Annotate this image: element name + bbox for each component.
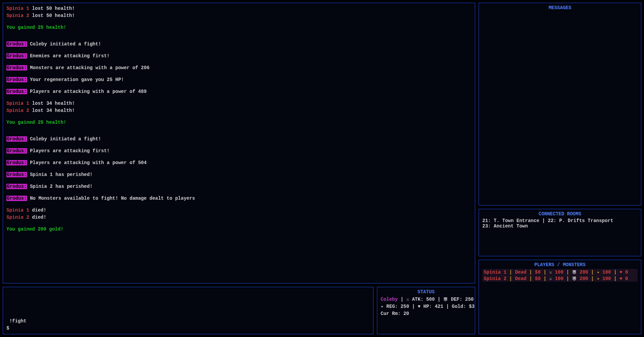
monster-hp: 0 (625, 276, 628, 281)
log-line: Spinia 2 lost 50 health! (6, 12, 471, 19)
monster-name: Spinia 2 (6, 215, 29, 220)
grodus-label: Grodus: (6, 196, 27, 201)
status-panel: STATUS Coleby | ⚔ ATK: 500 | ⛨ DEF: 250 … (377, 287, 475, 334)
log-text: died! (29, 215, 46, 220)
log-text: Monsters are attacking with a power of 2… (27, 65, 149, 71)
log-line: Spinia 1 lost 50 health! (6, 5, 471, 12)
log-line: Grodus: Players are attacking first! (6, 147, 471, 155)
log-text: lost 50 health! (29, 13, 75, 18)
hp-icon: ♥ (620, 276, 625, 281)
log-spacer (6, 202, 471, 207)
monster-name: Spinia 1 (6, 101, 29, 106)
status-atk-def: | ⚔ ATK: 500 | ⛨ DEF: 250 (398, 297, 474, 302)
sep: | (563, 276, 572, 281)
log-spacer (6, 166, 471, 171)
log-spacer (6, 221, 471, 226)
messages-title: MESSAGES (482, 5, 638, 11)
player-name: Coleby (381, 297, 398, 302)
monster-state: Dead (515, 276, 526, 281)
log-text: Players are attacking with a power of 48… (27, 89, 147, 94)
log-spacer (6, 178, 471, 183)
sep: | (506, 270, 515, 275)
log-text: Coleby initiated a fight! (27, 136, 101, 142)
monster-row: Spinia 1 | Dead | $0 | ⚔ 100 | ⛨ 200 | ✦… (482, 269, 638, 275)
monster-state: Dead (515, 270, 526, 275)
log-line: Grodus: Spinia 2 has perished! (6, 183, 471, 190)
log-line: Grodus: Spinia 1 has perished! (6, 171, 471, 178)
monster-name: Spinia 2 (6, 13, 29, 18)
monster-name: Spinia 1 (6, 6, 29, 11)
rooms-line-2: 23: Ancient Town (482, 223, 638, 229)
monster-name: Spinia 1 (484, 270, 506, 275)
monster-name: Spinia 2 (6, 108, 29, 113)
log-line: Grodus: Your regeneration gave you 25 HP… (6, 76, 471, 83)
log-spacer (6, 155, 471, 159)
log-spacer (6, 60, 471, 64)
last-command: !fight (6, 318, 370, 325)
log-spacer (6, 114, 471, 119)
players-title: PLAYERS / MONSTERS (482, 262, 638, 267)
connected-rooms-panel: CONNECTED ROOMS 21: T. Town Entrance | 2… (479, 209, 641, 256)
monster-name: Spinia 1 (6, 207, 29, 213)
hp-icon: ♥ (620, 270, 625, 275)
log-spacer (6, 131, 471, 136)
monster-atk: 100 (555, 270, 563, 275)
monster-hp: 0 (625, 270, 628, 275)
grodus-label: Grodus: (6, 53, 27, 59)
log-line: Grodus: Enemies are attacking first! (6, 53, 471, 60)
monster-reg: 100 (602, 270, 611, 275)
prompt[interactable]: $ (6, 325, 370, 332)
log-line: Grodus: Coleby initiated a fight! (6, 41, 471, 48)
log-line: Spinia 2 lost 34 health! (6, 107, 471, 114)
log-spacer (6, 143, 471, 147)
sep: | (541, 276, 549, 281)
log-spacer (6, 190, 471, 195)
sep: | (526, 276, 535, 281)
sep: | (526, 270, 535, 275)
monster-def: 200 (580, 270, 588, 275)
log-text: died! (29, 207, 46, 213)
log-text: Coleby initiated a fight! (27, 41, 101, 47)
combat-log-panel[interactable]: Spinia 1 lost 50 health!Spinia 2 lost 50… (3, 3, 475, 283)
rooms-line-1: 21: T. Town Entrance | 22: P. Drifts Tra… (482, 218, 638, 223)
atk-icon: ⚔ (549, 276, 555, 281)
log-line: Grodus: Players are attacking with a pow… (6, 159, 471, 166)
grodus-label: Grodus: (6, 77, 27, 82)
monster-gold: $0 (535, 276, 541, 281)
grodus-label: Grodus: (6, 172, 27, 177)
status-title: STATUS (381, 289, 471, 295)
log-line: You gained 25 health! (6, 24, 471, 31)
log-text: Players are attacking first! (27, 148, 110, 154)
atk-icon: ⚔ (549, 270, 555, 275)
log-text: lost 50 health! (29, 6, 75, 11)
rooms-title: CONNECTED ROOMS (482, 211, 638, 217)
sep: | (588, 270, 597, 275)
log-spacer (6, 83, 471, 88)
grodus-label: Grodus: (6, 41, 27, 47)
monster-row: Spinia 2 | Dead | $0 | ⚔ 100 | ⛨ 200 | ✦… (482, 275, 638, 282)
sep: | (541, 270, 549, 275)
sep: | (563, 270, 572, 275)
sep: | (611, 270, 619, 275)
log-text: Spinia 2 has perished! (27, 184, 93, 189)
sep: | (611, 276, 619, 281)
log-spacer (6, 31, 471, 36)
monster-gold: $0 (535, 270, 541, 275)
log-text: Players are attacking with a power of 50… (27, 160, 147, 165)
log-spacer (6, 95, 471, 100)
log-line: Grodus: Players are attacking with a pow… (6, 88, 471, 95)
input-panel[interactable]: !fight $ (3, 287, 374, 334)
log-line: Spinia 2 died! (6, 214, 471, 221)
log-line: Spinia 1 died! (6, 207, 471, 214)
monster-atk: 100 (555, 276, 563, 281)
log-line: You gained 200 gold! (6, 226, 471, 233)
grodus-label: Grodus: (6, 65, 27, 71)
log-spacer (6, 36, 471, 41)
log-spacer (6, 72, 471, 76)
sep: | (588, 276, 597, 281)
grodus-label: Grodus: (6, 160, 27, 165)
log-line: Grodus: Coleby initiated a fight! (6, 136, 471, 143)
messages-panel[interactable]: MESSAGES (479, 3, 641, 205)
status-line-1: Coleby | ⚔ ATK: 500 | ⛨ DEF: 250 (381, 296, 471, 303)
log-text: Enemies are attacking first! (27, 53, 110, 59)
